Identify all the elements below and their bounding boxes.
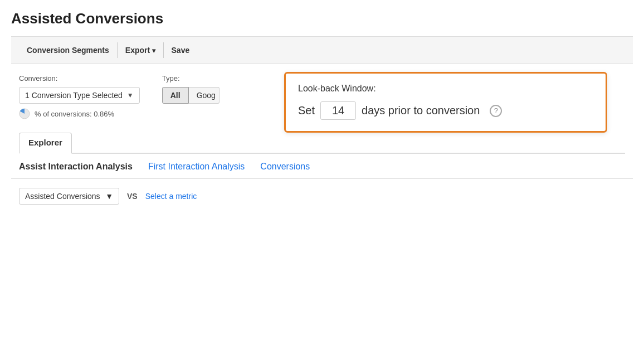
- first-interaction-link[interactable]: First Interaction Analysis: [148, 162, 260, 172]
- conversion-select[interactable]: 1 Conversion Type Selected ▼: [19, 87, 140, 104]
- toolbar: Conversion Segments Export Save: [11, 36, 633, 64]
- conversion-group: Conversion: 1 Conversion Type Selected ▼…: [19, 74, 140, 119]
- page-title: Assisted Conversions: [11, 10, 633, 27]
- lookback-title: Look-back Window:: [298, 84, 593, 94]
- tab-bar: Explorer: [19, 133, 625, 154]
- select-metric-link[interactable]: Select a metric: [145, 192, 197, 201]
- type-all-button[interactable]: All: [162, 87, 189, 104]
- analysis-nav: Assist Interaction Analysis First Intera…: [11, 154, 633, 179]
- save-button[interactable]: Save: [164, 42, 198, 58]
- explorer-tab[interactable]: Explorer: [19, 133, 72, 154]
- conversion-dropdown-arrow: ▼: [127, 91, 134, 99]
- lookback-window: Look-back Window: Set days prior to conv…: [284, 72, 607, 133]
- help-icon[interactable]: ?: [490, 105, 502, 117]
- percent-text: % of conversions: 0.86%: [35, 110, 114, 118]
- type-label: Type:: [162, 74, 219, 82]
- type-google-button[interactable]: Goog: [189, 87, 219, 104]
- pie-chart-icon: [19, 108, 30, 119]
- lookback-row: Set days prior to conversion ?: [298, 101, 593, 120]
- metric-dropdown-arrow: ▼: [105, 192, 113, 201]
- lookback-set-label: Set: [298, 104, 315, 117]
- lookback-days-text: days prior to conversion: [362, 104, 480, 117]
- conversion-label: Conversion:: [19, 74, 140, 82]
- controls-area: Conversion: 1 Conversion Type Selected ▼…: [11, 64, 633, 127]
- metric-select-value: Assisted Conversions: [25, 192, 100, 201]
- conversion-segments-button[interactable]: Conversion Segments: [19, 42, 118, 58]
- metric-select[interactable]: Assisted Conversions ▼: [19, 188, 119, 205]
- type-buttons: All Goog: [162, 87, 219, 104]
- conversion-select-value: 1 Conversion Type Selected: [25, 91, 123, 100]
- metric-row: Assisted Conversions ▼ VS Select a metri…: [11, 179, 633, 210]
- lookback-days-input[interactable]: [320, 101, 356, 120]
- vs-label: VS: [127, 192, 138, 201]
- conversion-percent: % of conversions: 0.86%: [19, 108, 140, 119]
- assist-interaction-link[interactable]: Assist Interaction Analysis: [19, 162, 148, 172]
- conversions-link[interactable]: Conversions: [260, 162, 325, 172]
- export-button[interactable]: Export: [118, 42, 164, 58]
- type-group: Type: All Goog: [162, 74, 219, 104]
